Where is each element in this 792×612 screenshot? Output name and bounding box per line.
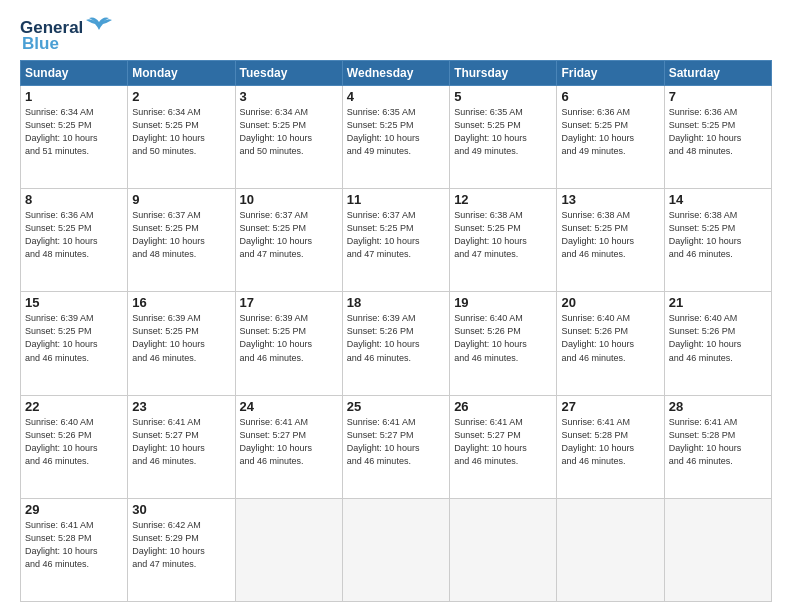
day-number: 6	[561, 89, 659, 104]
day-info: Sunrise: 6:41 AM Sunset: 5:28 PM Dayligh…	[561, 416, 659, 468]
day-info: Sunrise: 6:34 AM Sunset: 5:25 PM Dayligh…	[132, 106, 230, 158]
day-number: 16	[132, 295, 230, 310]
calendar-cell: 21Sunrise: 6:40 AM Sunset: 5:26 PM Dayli…	[664, 292, 771, 395]
day-info: Sunrise: 6:40 AM Sunset: 5:26 PM Dayligh…	[561, 312, 659, 364]
day-number: 22	[25, 399, 123, 414]
logo-bird-icon	[85, 16, 113, 34]
header-day-saturday: Saturday	[664, 61, 771, 86]
calendar-cell	[664, 498, 771, 601]
day-number: 26	[454, 399, 552, 414]
day-info: Sunrise: 6:37 AM Sunset: 5:25 PM Dayligh…	[240, 209, 338, 261]
calendar-cell: 19Sunrise: 6:40 AM Sunset: 5:26 PM Dayli…	[450, 292, 557, 395]
day-info: Sunrise: 6:35 AM Sunset: 5:25 PM Dayligh…	[454, 106, 552, 158]
day-number: 1	[25, 89, 123, 104]
calendar-cell: 2Sunrise: 6:34 AM Sunset: 5:25 PM Daylig…	[128, 86, 235, 189]
calendar-cell: 16Sunrise: 6:39 AM Sunset: 5:25 PM Dayli…	[128, 292, 235, 395]
day-info: Sunrise: 6:35 AM Sunset: 5:25 PM Dayligh…	[347, 106, 445, 158]
calendar-cell: 29Sunrise: 6:41 AM Sunset: 5:28 PM Dayli…	[21, 498, 128, 601]
day-number: 17	[240, 295, 338, 310]
logo-blue: Blue	[22, 34, 59, 54]
calendar-week-1: 1Sunrise: 6:34 AM Sunset: 5:25 PM Daylig…	[21, 86, 772, 189]
day-info: Sunrise: 6:41 AM Sunset: 5:28 PM Dayligh…	[25, 519, 123, 571]
page: General Blue SundayMondayTuesdayWednesda…	[0, 0, 792, 612]
day-info: Sunrise: 6:37 AM Sunset: 5:25 PM Dayligh…	[132, 209, 230, 261]
calendar-cell: 11Sunrise: 6:37 AM Sunset: 5:25 PM Dayli…	[342, 189, 449, 292]
day-info: Sunrise: 6:39 AM Sunset: 5:25 PM Dayligh…	[25, 312, 123, 364]
day-number: 18	[347, 295, 445, 310]
calendar-cell: 7Sunrise: 6:36 AM Sunset: 5:25 PM Daylig…	[664, 86, 771, 189]
day-number: 25	[347, 399, 445, 414]
logo: General Blue	[20, 18, 113, 54]
day-number: 15	[25, 295, 123, 310]
calendar-cell: 28Sunrise: 6:41 AM Sunset: 5:28 PM Dayli…	[664, 395, 771, 498]
day-info: Sunrise: 6:38 AM Sunset: 5:25 PM Dayligh…	[454, 209, 552, 261]
calendar-header: SundayMondayTuesdayWednesdayThursdayFrid…	[21, 61, 772, 86]
day-number: 27	[561, 399, 659, 414]
day-number: 29	[25, 502, 123, 517]
calendar-cell: 17Sunrise: 6:39 AM Sunset: 5:25 PM Dayli…	[235, 292, 342, 395]
day-info: Sunrise: 6:41 AM Sunset: 5:27 PM Dayligh…	[347, 416, 445, 468]
calendar-cell: 6Sunrise: 6:36 AM Sunset: 5:25 PM Daylig…	[557, 86, 664, 189]
header-day-friday: Friday	[557, 61, 664, 86]
day-number: 3	[240, 89, 338, 104]
day-info: Sunrise: 6:34 AM Sunset: 5:25 PM Dayligh…	[240, 106, 338, 158]
calendar-table: SundayMondayTuesdayWednesdayThursdayFrid…	[20, 60, 772, 602]
calendar-cell: 10Sunrise: 6:37 AM Sunset: 5:25 PM Dayli…	[235, 189, 342, 292]
day-info: Sunrise: 6:40 AM Sunset: 5:26 PM Dayligh…	[25, 416, 123, 468]
day-info: Sunrise: 6:39 AM Sunset: 5:26 PM Dayligh…	[347, 312, 445, 364]
calendar-cell: 9Sunrise: 6:37 AM Sunset: 5:25 PM Daylig…	[128, 189, 235, 292]
calendar-cell: 25Sunrise: 6:41 AM Sunset: 5:27 PM Dayli…	[342, 395, 449, 498]
day-number: 28	[669, 399, 767, 414]
header-day-tuesday: Tuesday	[235, 61, 342, 86]
calendar-body: 1Sunrise: 6:34 AM Sunset: 5:25 PM Daylig…	[21, 86, 772, 602]
calendar-cell: 22Sunrise: 6:40 AM Sunset: 5:26 PM Dayli…	[21, 395, 128, 498]
day-number: 30	[132, 502, 230, 517]
header: General Blue	[20, 18, 772, 54]
day-info: Sunrise: 6:38 AM Sunset: 5:25 PM Dayligh…	[669, 209, 767, 261]
day-info: Sunrise: 6:41 AM Sunset: 5:27 PM Dayligh…	[454, 416, 552, 468]
calendar-cell: 27Sunrise: 6:41 AM Sunset: 5:28 PM Dayli…	[557, 395, 664, 498]
calendar-cell: 5Sunrise: 6:35 AM Sunset: 5:25 PM Daylig…	[450, 86, 557, 189]
day-number: 23	[132, 399, 230, 414]
day-number: 24	[240, 399, 338, 414]
calendar-cell: 12Sunrise: 6:38 AM Sunset: 5:25 PM Dayli…	[450, 189, 557, 292]
day-info: Sunrise: 6:41 AM Sunset: 5:27 PM Dayligh…	[132, 416, 230, 468]
day-number: 5	[454, 89, 552, 104]
day-number: 10	[240, 192, 338, 207]
day-number: 11	[347, 192, 445, 207]
day-info: Sunrise: 6:36 AM Sunset: 5:25 PM Dayligh…	[25, 209, 123, 261]
calendar-cell	[235, 498, 342, 601]
calendar-cell	[450, 498, 557, 601]
day-info: Sunrise: 6:41 AM Sunset: 5:27 PM Dayligh…	[240, 416, 338, 468]
day-info: Sunrise: 6:40 AM Sunset: 5:26 PM Dayligh…	[454, 312, 552, 364]
header-day-wednesday: Wednesday	[342, 61, 449, 86]
calendar-cell: 3Sunrise: 6:34 AM Sunset: 5:25 PM Daylig…	[235, 86, 342, 189]
day-number: 13	[561, 192, 659, 207]
calendar-week-2: 8Sunrise: 6:36 AM Sunset: 5:25 PM Daylig…	[21, 189, 772, 292]
day-number: 7	[669, 89, 767, 104]
header-day-sunday: Sunday	[21, 61, 128, 86]
day-info: Sunrise: 6:38 AM Sunset: 5:25 PM Dayligh…	[561, 209, 659, 261]
day-number: 9	[132, 192, 230, 207]
header-row: SundayMondayTuesdayWednesdayThursdayFrid…	[21, 61, 772, 86]
calendar-cell: 26Sunrise: 6:41 AM Sunset: 5:27 PM Dayli…	[450, 395, 557, 498]
day-number: 8	[25, 192, 123, 207]
calendar-cell	[557, 498, 664, 601]
calendar-week-4: 22Sunrise: 6:40 AM Sunset: 5:26 PM Dayli…	[21, 395, 772, 498]
calendar-cell	[342, 498, 449, 601]
day-info: Sunrise: 6:40 AM Sunset: 5:26 PM Dayligh…	[669, 312, 767, 364]
calendar-cell: 13Sunrise: 6:38 AM Sunset: 5:25 PM Dayli…	[557, 189, 664, 292]
day-info: Sunrise: 6:39 AM Sunset: 5:25 PM Dayligh…	[240, 312, 338, 364]
day-info: Sunrise: 6:41 AM Sunset: 5:28 PM Dayligh…	[669, 416, 767, 468]
calendar-cell: 20Sunrise: 6:40 AM Sunset: 5:26 PM Dayli…	[557, 292, 664, 395]
day-number: 12	[454, 192, 552, 207]
day-number: 21	[669, 295, 767, 310]
calendar-cell: 24Sunrise: 6:41 AM Sunset: 5:27 PM Dayli…	[235, 395, 342, 498]
day-number: 4	[347, 89, 445, 104]
day-info: Sunrise: 6:36 AM Sunset: 5:25 PM Dayligh…	[669, 106, 767, 158]
calendar-cell: 1Sunrise: 6:34 AM Sunset: 5:25 PM Daylig…	[21, 86, 128, 189]
calendar-cell: 8Sunrise: 6:36 AM Sunset: 5:25 PM Daylig…	[21, 189, 128, 292]
day-number: 2	[132, 89, 230, 104]
day-number: 14	[669, 192, 767, 207]
day-info: Sunrise: 6:37 AM Sunset: 5:25 PM Dayligh…	[347, 209, 445, 261]
